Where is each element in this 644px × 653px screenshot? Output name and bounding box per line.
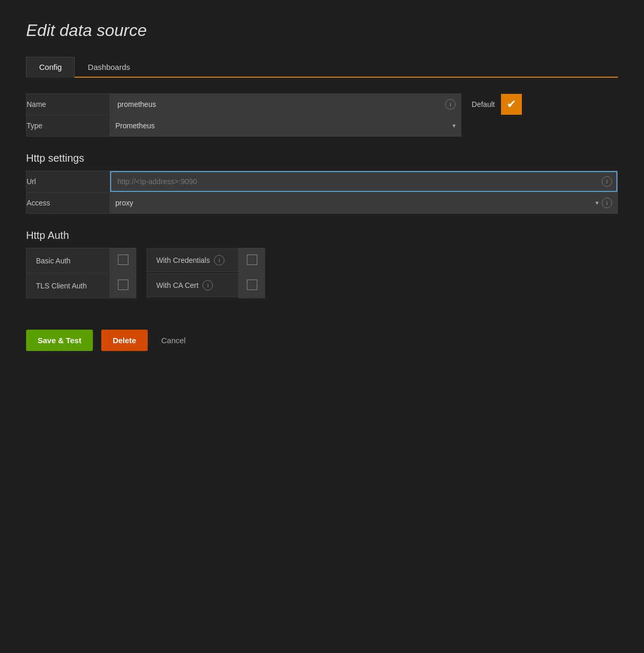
- page-title: Edit data source: [26, 21, 618, 40]
- url-input-wrapper: i: [110, 171, 617, 192]
- with-ca-cert-info-icon[interactable]: i: [202, 280, 213, 291]
- default-label: Default: [472, 100, 495, 108]
- action-buttons: Save & Test Delete Cancel: [26, 330, 618, 351]
- type-select[interactable]: Prometheus: [115, 122, 450, 130]
- type-dropdown-arrow: ▾: [452, 122, 456, 129]
- tabs-container: Config Dashboards: [26, 56, 618, 78]
- tls-auth-label: TLS Client Auth: [27, 273, 110, 298]
- type-select-wrapper: Prometheus ▾: [110, 115, 461, 136]
- tab-config[interactable]: Config: [26, 57, 75, 78]
- access-dropdown-arrow: ▾: [595, 199, 599, 207]
- tls-auth-checkbox-cell: [110, 273, 136, 298]
- http-settings-header: Http settings: [26, 152, 618, 164]
- url-info-icon[interactable]: i: [602, 176, 612, 187]
- with-credentials-info-icon[interactable]: i: [214, 255, 224, 265]
- http-auth-header: Http Auth: [26, 229, 618, 241]
- save-test-button[interactable]: Save & Test: [26, 330, 93, 351]
- default-checkbox[interactable]: ✔: [501, 94, 522, 115]
- with-credentials-checkbox[interactable]: [247, 255, 257, 265]
- with-ca-cert-label: With CA Cert: [157, 281, 199, 289]
- access-info-icon[interactable]: i: [602, 198, 612, 208]
- basic-auth-checkbox-cell: [110, 248, 136, 273]
- basic-auth-checkbox[interactable]: [118, 255, 128, 265]
- with-ca-cert-checkbox[interactable]: [247, 280, 257, 290]
- http-auth-table: Basic Auth With Credentials i TLS Client…: [26, 248, 265, 298]
- cancel-button[interactable]: Cancel: [156, 330, 191, 351]
- basic-auth-label: Basic Auth: [27, 248, 110, 273]
- tls-auth-checkbox[interactable]: [118, 280, 128, 290]
- with-ca-cert-checkbox-cell: [239, 273, 265, 298]
- with-credentials-label: With Credentials: [157, 256, 210, 264]
- delete-button[interactable]: Delete: [101, 330, 148, 351]
- name-input[interactable]: [111, 95, 445, 114]
- default-cell: Default ✔: [472, 94, 618, 115]
- with-credentials-checkbox-cell: [239, 248, 265, 273]
- access-select[interactable]: proxy: [115, 199, 593, 207]
- name-info-icon[interactable]: i: [445, 99, 456, 110]
- name-input-wrapper: i: [110, 94, 461, 115]
- with-credentials-label-cell: With Credentials i: [147, 248, 239, 272]
- access-label: Access: [27, 192, 110, 214]
- http-settings-table: Url i Access proxy ▾ i: [26, 171, 618, 214]
- with-ca-cert-label-cell: With CA Cert i: [147, 273, 239, 297]
- url-label: Url: [27, 171, 110, 192]
- access-select-wrapper: proxy ▾ i: [110, 192, 617, 213]
- name-type-table: Name i Default ✔ Type Prometheus ▾: [26, 93, 618, 137]
- tab-dashboards[interactable]: Dashboards: [75, 57, 143, 78]
- name-label: Name: [27, 94, 110, 115]
- url-input[interactable]: [111, 172, 602, 191]
- type-label: Type: [27, 115, 110, 137]
